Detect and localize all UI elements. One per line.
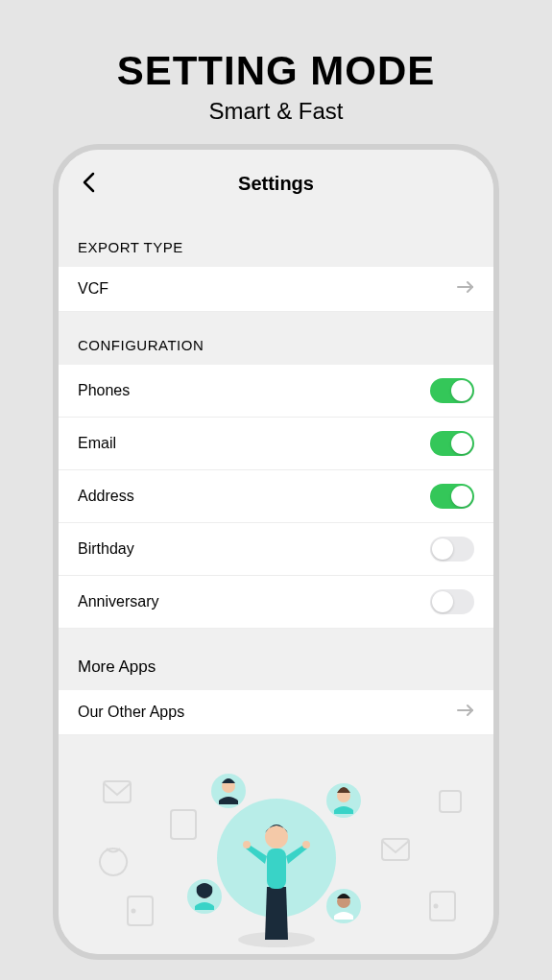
svg-rect-8 — [171, 810, 196, 839]
svg-rect-9 — [382, 839, 409, 860]
row-label: Email — [78, 435, 116, 452]
svg-rect-3 — [440, 791, 461, 812]
config-row-email: Email — [59, 418, 493, 470]
row-label: Phones — [78, 382, 130, 399]
toggle-address[interactable] — [430, 484, 474, 509]
svg-point-14 — [302, 841, 310, 849]
toggle-phones[interactable] — [430, 378, 474, 403]
other-apps-row[interactable]: Our Other Apps — [59, 690, 493, 735]
section-header-configuration: CONFIGURATION — [59, 312, 493, 365]
phone-frame: Settings EXPORT TYPE VCF CONFIGURATION P… — [53, 144, 499, 960]
promo-subtitle: Smart & Fast — [0, 98, 552, 125]
row-label: Birthday — [78, 540, 134, 558]
svg-rect-2 — [104, 781, 131, 802]
back-button[interactable] — [82, 172, 97, 197]
config-row-birthday: Birthday — [59, 523, 493, 576]
other-apps-label: Our Other Apps — [78, 704, 184, 721]
toggle-email[interactable] — [430, 431, 474, 456]
export-type-value: VCF — [78, 280, 108, 298]
svg-point-7 — [132, 910, 134, 913]
chevron-right-icon — [457, 280, 474, 298]
toggle-anniversary[interactable] — [430, 589, 474, 614]
config-row-address: Address — [59, 470, 493, 523]
section-header-more-apps: More Apps — [59, 629, 493, 690]
svg-point-13 — [243, 841, 251, 849]
svg-rect-12 — [267, 849, 286, 889]
row-label: Anniversary — [78, 593, 158, 610]
export-type-row[interactable]: VCF — [59, 267, 493, 312]
row-label: Address — [78, 488, 134, 505]
svg-point-15 — [265, 825, 288, 849]
chevron-left-icon — [82, 172, 97, 193]
people-illustration — [75, 733, 478, 954]
app-screen: Settings EXPORT TYPE VCF CONFIGURATION P… — [59, 150, 493, 954]
config-row-anniversary: Anniversary — [59, 576, 493, 629]
app-header: Settings — [59, 150, 493, 214]
chevron-right-icon — [457, 704, 474, 721]
config-row-phones: Phones — [59, 365, 493, 418]
promo-title: SETTING MODE — [0, 0, 552, 94]
section-header-export-type: EXPORT TYPE — [59, 214, 493, 267]
illustration — [59, 754, 493, 954]
page-title: Settings — [78, 173, 474, 195]
toggle-birthday[interactable] — [430, 537, 474, 562]
svg-point-5 — [434, 905, 437, 908]
